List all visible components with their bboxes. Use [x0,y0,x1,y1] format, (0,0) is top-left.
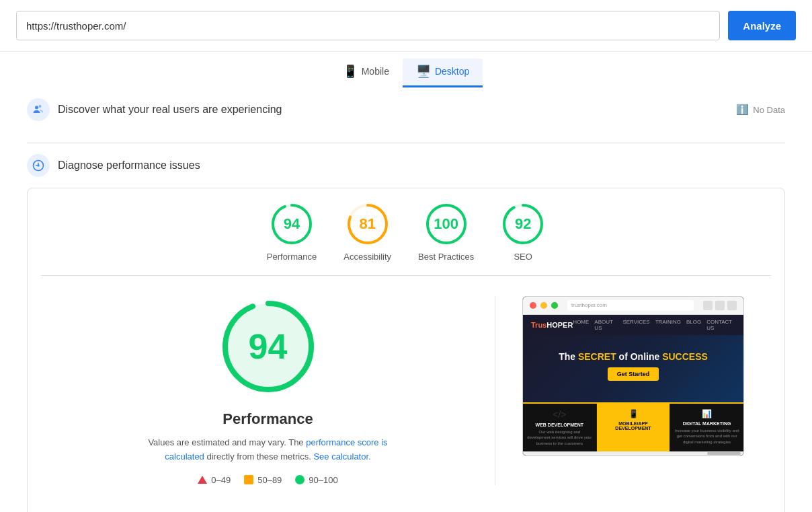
diagnose-title: Diagnose performance issues [58,159,200,172]
mobile-title: MOBILE/APP DEVELOPMENT [601,421,666,431]
score-performance[interactable]: 94 Performance [267,202,317,262]
tab-mobile[interactable]: 📱 Mobile [329,59,403,87]
scroll-indicator [523,451,743,455]
score-best-practices[interactable]: 100 Best Practices [418,202,474,262]
browser-bar: trusthoper.com [523,297,743,315]
medium-range: 50–89 [257,475,282,485]
digital-desc: Increase your business visibility and ge… [674,428,739,445]
browser-controls [703,301,737,310]
desc-text-2: directly from these metrics. [204,451,314,462]
accessibility-label: Accessibility [343,252,391,262]
desc-text-1: Values are estimated and may vary. The [148,437,306,447]
no-data-label: No Data [753,105,785,115]
diagnose-icon [27,154,50,177]
desktop-icon: 🖥️ [416,64,431,79]
digital-title: DIGITAL MARKETING [674,421,739,426]
see-calc-link[interactable]: See calculator. [313,451,370,462]
hero-cta-button[interactable]: Get Started [608,367,659,381]
real-users-icon [27,98,50,121]
legend-medium: 50–89 [244,475,282,485]
tab-desktop[interactable]: 🖥️ Desktop [403,59,483,87]
big-score-circle: 94 [218,296,319,397]
bad-icon [198,476,207,484]
ctrl-1 [703,301,713,310]
good-range: 90–100 [309,475,337,485]
best-practices-circle: 100 [424,202,469,246]
accessibility-circle: 81 [346,202,390,246]
nav-about: ABOUT US [594,319,617,331]
service-digital: 📊 DIGITAL MARKETING Increase your busine… [670,404,743,451]
nav-contact: CONTACT US [706,319,735,331]
mobile-tab-label: Mobile [362,66,389,77]
nav-training: TRAINING [655,319,681,331]
mobile-service-icon: 📱 [601,409,666,418]
bad-range: 0–49 [211,475,231,485]
svg-point-3 [37,164,39,166]
legend-bad: 0–49 [198,475,231,485]
right-panel: trusthoper.com TrusHOPER HOME [522,296,744,456]
nav-services: SERVICES [622,319,649,331]
seo-label: SEO [514,252,532,262]
service-mobile: 📱 MOBILE/APP DEVELOPMENT [597,404,671,451]
top-bar: Analyze [0,0,812,52]
web-desc: Our web designing and development servic… [527,429,592,446]
performance-label: Performance [267,252,317,262]
real-users-header: Discover what your real users are experi… [27,98,785,121]
website-preview: trusthoper.com TrusHOPER HOME [522,296,744,456]
diagnose-header: Diagnose performance issues [27,154,785,177]
preview-nav-links: HOME ABOUT US SERVICES TRAINING BLOG CON… [573,319,735,331]
hero-title: The SECRET of Online SUCCESS [534,351,733,362]
info-icon: ℹ️ [736,104,749,116]
seo-value: 92 [515,215,531,233]
svg-point-0 [35,106,38,109]
best-practices-value: 100 [434,215,458,233]
ctrl-2 [715,301,725,310]
performance-main-title: Performance [222,410,313,428]
browser-close-dot [530,302,536,309]
preview-logo: TrusHOPER [531,321,573,329]
service-web: </> WEB DEVELOPMENT Our web designing an… [523,404,597,451]
svg-point-1 [38,105,41,108]
performance-description: Values are estimated and may vary. The p… [134,436,403,464]
performance-circle: 94 [270,202,314,246]
mobile-icon: 📱 [343,64,358,79]
legend-row: 0–49 50–89 90–100 [198,475,337,485]
ctrl-3 [727,301,737,310]
preview-hero: The SECRET of Online SUCCESS Get Started [523,335,743,402]
scores-card: 94 Performance 81 Accessibility [27,188,785,512]
good-icon [295,475,304,484]
best-practices-label: Best Practices [418,252,474,262]
digital-icon: 📊 [674,409,739,418]
performance-value: 94 [284,215,300,233]
big-performance-value: 94 [249,326,288,367]
url-input[interactable] [16,11,720,40]
score-seo[interactable]: 92 SEO [501,202,545,262]
legend-good: 90–100 [295,475,337,485]
no-data-badge: ℹ️ No Data [736,104,785,116]
browser-max-dot [551,302,558,309]
seo-circle: 92 [501,202,545,246]
accessibility-value: 81 [359,215,375,233]
device-tabs: 📱 Mobile 🖥️ Desktop [0,52,812,87]
score-accessibility[interactable]: 81 Accessibility [343,202,391,262]
medium-icon [244,475,253,484]
preview-services: </> WEB DEVELOPMENT Our web designing an… [523,402,743,451]
score-row: 94 Performance 81 Accessibility [41,202,771,276]
preview-nav: TrusHOPER HOME ABOUT US SERVICES TRAININ… [523,315,743,335]
browser-address: trusthoper.com [567,300,694,311]
web-title: WEB DEVELOPMENT [527,423,592,427]
desktop-tab-label: Desktop [435,66,469,77]
vertical-divider [495,296,495,485]
diagnose-section: Diagnose performance issues 94 Performan… [0,143,812,512]
main-content: 94 Performance Values are estimated and … [41,276,771,505]
browser-min-dot [540,302,547,309]
real-users-title: Discover what your real users are experi… [58,104,282,116]
analyze-button[interactable]: Analyze [728,11,796,40]
nav-blog: BLOG [686,319,701,331]
nav-home: HOME [573,319,589,331]
left-panel: 94 Performance Values are estimated and … [68,296,468,485]
web-icon: </> [527,409,592,420]
scroll-thumb [707,452,741,455]
real-users-section: Discover what your real users are experi… [0,87,812,137]
